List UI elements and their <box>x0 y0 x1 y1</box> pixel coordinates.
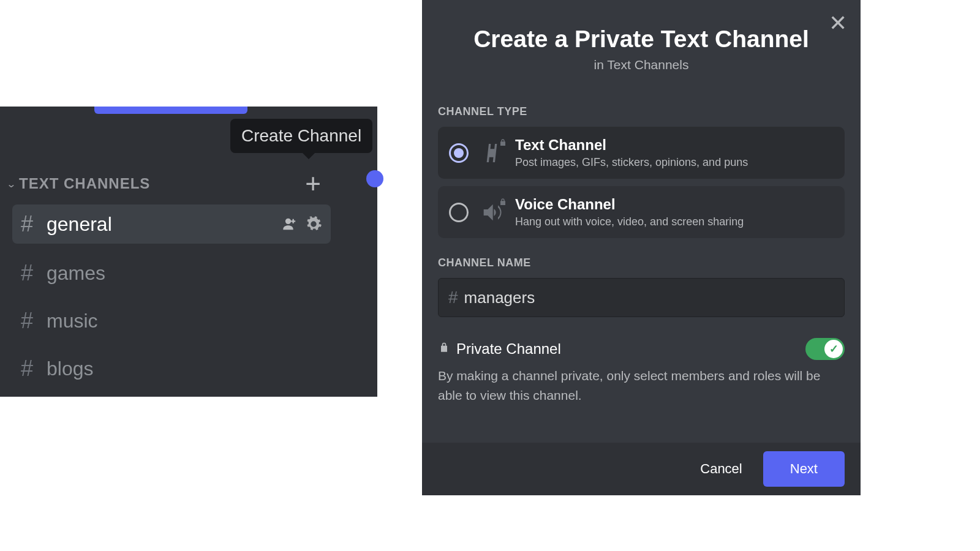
close-icon[interactable]: ✕ <box>829 12 847 34</box>
create-channel-tooltip: Create Channel <box>230 119 372 153</box>
section-channel-name-label: CHANNEL NAME <box>438 257 845 269</box>
type-desc: Hang out with voice, video, and screen s… <box>515 216 744 228</box>
channel-name-input-wrap[interactable]: # <box>438 278 845 317</box>
channel-blogs[interactable]: # blogs <box>12 349 331 388</box>
channel-type-text[interactable]: Text Channel Post images, GIFs, stickers… <box>438 127 845 179</box>
type-title: Voice Channel <box>515 196 744 213</box>
create-channel-modal: ✕ Create a Private Text Channel in Text … <box>422 0 861 495</box>
lock-icon <box>438 342 450 357</box>
modal-subtitle: in Text Channels <box>422 58 861 72</box>
channel-games[interactable]: # games <box>12 253 331 293</box>
channel-list-panel: Create Channel ⌄ TEXT CHANNELS + # gener… <box>0 107 377 397</box>
section-channel-type-label: CHANNEL TYPE <box>438 105 845 118</box>
cancel-button[interactable]: Cancel <box>693 452 749 485</box>
radio-unselected-icon[interactable] <box>449 203 469 222</box>
type-desc: Post images, GIFs, stickers, opinions, a… <box>515 156 748 169</box>
radio-selected-icon[interactable] <box>449 143 469 163</box>
next-button[interactable]: Next <box>763 451 845 487</box>
private-channel-row: Private Channel ✓ <box>438 338 845 360</box>
channel-name: general <box>47 213 282 236</box>
hash-icon: # <box>21 211 47 237</box>
hash-icon: # <box>21 260 47 286</box>
channel-music[interactable]: # music <box>12 301 331 340</box>
channel-name-input[interactable] <box>464 288 834 307</box>
modal-footer: Cancel Next <box>422 443 861 495</box>
channel-name: blogs <box>47 358 322 380</box>
chevron-down-icon: ⌄ <box>6 178 17 189</box>
hash-icon: # <box>21 308 47 334</box>
private-channel-description: By making a channel private, only select… <box>438 366 845 405</box>
channel-name: music <box>47 310 322 332</box>
new-indicator <box>366 170 383 187</box>
category-label: TEXT CHANNELS <box>19 175 305 192</box>
invite-icon[interactable] <box>282 216 299 233</box>
type-title: Text Channel <box>515 137 748 154</box>
private-channel-label: Private Channel <box>456 340 799 358</box>
modal-title: Create a Private Text Channel <box>422 26 861 53</box>
gear-icon[interactable] <box>305 216 322 233</box>
check-icon: ✓ <box>824 340 843 358</box>
hash-icon: # <box>21 356 47 381</box>
speaker-lock-icon <box>480 200 504 225</box>
channel-name: games <box>47 262 322 285</box>
private-channel-toggle[interactable]: ✓ <box>805 338 845 360</box>
hash-icon: # <box>448 288 458 307</box>
accent-bar <box>94 107 247 114</box>
hash-lock-icon <box>480 141 504 165</box>
channel-general[interactable]: # general <box>12 204 331 244</box>
category-row[interactable]: ⌄ TEXT CHANNELS + <box>6 170 321 197</box>
channel-type-voice[interactable]: Voice Channel Hang out with voice, video… <box>438 186 845 238</box>
add-channel-button[interactable]: + <box>305 170 321 197</box>
